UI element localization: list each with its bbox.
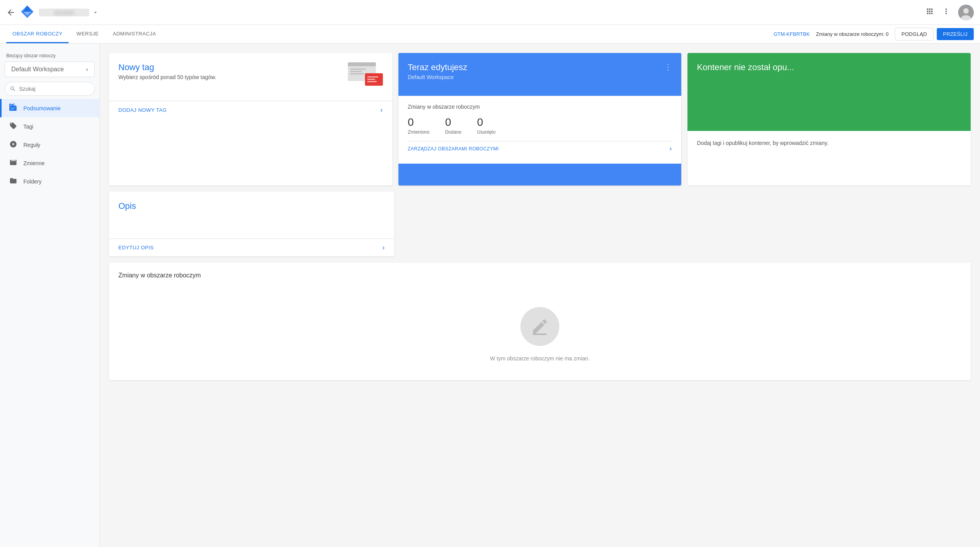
submit-button[interactable]: PRZEŚLIJ <box>937 28 974 40</box>
nav-tabs: OBSZAR ROBOCZY WERSJE ADMINISTRACJA GTM-… <box>0 25 980 44</box>
sidebar-item-summary[interactable]: Podsumowanie <box>0 99 99 117</box>
edit-description-link[interactable]: EDYTUJ OPIS › <box>109 238 394 256</box>
stat-deleted-number: 0 <box>477 116 495 129</box>
new-tag-description: Wybierz spośród ponad 50 typów tagów. <box>118 74 216 80</box>
sidebar-item-tags[interactable]: Tagi <box>0 117 99 136</box>
container-title: Kontener nie został opu... <box>697 62 794 72</box>
editing-card-header: Teraz edytujesz Default Workspace ⋮ <box>398 53 682 96</box>
description-card: Opis EDYTUJ OPIS › <box>109 192 394 256</box>
sidebar-label-variables: Zmienne <box>23 160 44 166</box>
sidebar-item-variables[interactable]: Zmienne <box>0 154 99 172</box>
rules-icon <box>9 140 17 149</box>
manage-workspaces-link[interactable]: ZARZĄDZAJ OBSZARAMI ROBOCZYMI › <box>408 141 672 156</box>
empty-circle <box>520 307 559 346</box>
stat-added: 0 Dodano <box>445 116 462 135</box>
changes-title: Zmiany w obszarze roboczym <box>408 104 672 110</box>
sidebar: Bieżący obszar roboczy Default Workspace… <box>0 44 100 547</box>
svg-rect-16 <box>533 333 547 335</box>
container-card: Kontener nie został opu... Dodaj tagi i … <box>687 53 971 185</box>
stat-added-number: 0 <box>445 116 462 129</box>
search-icon <box>10 85 16 92</box>
stat-changed: 0 Zmieniono <box>408 116 430 135</box>
svg-rect-14 <box>367 79 375 80</box>
editing-card: Teraz edytujesz Default Workspace ⋮ Zmia… <box>398 53 682 185</box>
container-card-body: Dodaj tagi i opublikuj kontener, by wpro… <box>687 131 971 185</box>
tag-illustration <box>348 62 383 88</box>
changes-stats: 0 Zmieniono 0 Dodano 0 Usunięto <box>408 116 672 135</box>
empty-state: W tym obszarze roboczym nie ma zmian. <box>118 291 961 371</box>
new-tag-title: Nowy tag <box>118 62 216 72</box>
search-input[interactable] <box>19 86 90 92</box>
stat-changed-label: Zmieniono <box>408 129 430 135</box>
workspace-name: Default Workspace <box>11 66 64 73</box>
stat-changed-number: 0 <box>408 116 430 129</box>
svg-rect-15 <box>367 81 377 82</box>
preview-button[interactable]: PODGLĄD <box>895 28 934 41</box>
editing-more-icon[interactable]: ⋮ <box>664 62 672 72</box>
changes-section: Zmiany w obszarze roboczym W tym obszarz… <box>109 263 971 380</box>
sidebar-label-folders: Foldery <box>23 178 42 185</box>
new-tag-card: Nowy tag Wybierz spośród ponad 50 typów … <box>109 53 392 185</box>
svg-rect-11 <box>350 73 364 74</box>
editing-workspace: Default Workspace <box>408 74 467 80</box>
folders-icon <box>9 177 17 186</box>
top-bar-right <box>925 5 974 20</box>
tab-admin[interactable]: ADMINISTRACJA <box>107 25 162 43</box>
stat-deleted: 0 Usunięto <box>477 116 495 135</box>
account-selector[interactable]: account <box>39 9 99 16</box>
editing-card-body: Zmiany w obszarze roboczym 0 Zmieniono 0… <box>398 96 682 164</box>
sidebar-label-rules: Reguły <box>23 142 41 148</box>
add-new-tag-link[interactable]: DODAJ NOWY TAG › <box>109 101 392 119</box>
tab-workspace[interactable]: OBSZAR ROBOCZY <box>6 25 69 43</box>
avatar[interactable] <box>958 5 974 20</box>
container-id: GTM-KFBRTBK <box>774 31 810 37</box>
edit-desc-chevron-icon: › <box>382 244 385 252</box>
tab-versions[interactable]: WERSJE <box>70 25 105 43</box>
sidebar-section-label: Bieżący obszar roboczy <box>0 50 99 60</box>
workspace-selector[interactable]: Default Workspace › <box>5 62 95 77</box>
container-body-text: Dodaj tagi i opublikuj kontener, by wpro… <box>697 139 828 147</box>
svg-rect-9 <box>350 69 366 70</box>
summary-icon <box>9 104 17 113</box>
sidebar-label-tags: Tagi <box>23 124 33 130</box>
back-button[interactable] <box>6 8 16 17</box>
apps-icon[interactable] <box>925 7 934 18</box>
app-logo <box>20 5 34 20</box>
svg-point-4 <box>963 8 969 14</box>
stat-added-label: Dodano <box>445 129 462 135</box>
sidebar-label-summary: Podsumowanie <box>23 105 61 111</box>
cards-row: Nowy tag Wybierz spośród ponad 50 typów … <box>109 53 971 185</box>
search-box[interactable] <box>5 82 95 96</box>
variables-icon <box>9 159 17 168</box>
workspace-chevron-icon: › <box>86 66 88 73</box>
svg-rect-13 <box>367 76 378 78</box>
sidebar-item-folders[interactable]: Foldery <box>0 172 99 191</box>
content-area: Nowy tag Wybierz spośród ponad 50 typów … <box>100 44 980 547</box>
changes-section-title: Zmiany w obszarze roboczym <box>118 272 961 279</box>
description-title: Opis <box>118 201 385 211</box>
sidebar-item-rules[interactable]: Reguły <box>0 136 99 154</box>
svg-rect-6 <box>10 106 17 107</box>
top-bar: account <box>0 0 980 25</box>
empty-state-text: W tym obszarze roboczym nie ma zmian. <box>490 355 590 362</box>
tags-icon <box>9 122 17 131</box>
svg-rect-10 <box>350 71 362 72</box>
editing-title: Teraz edytujesz <box>408 62 467 72</box>
more-options-icon[interactable] <box>942 7 950 18</box>
svg-rect-8 <box>348 62 376 66</box>
main-layout: Bieżący obszar roboczy Default Workspace… <box>0 44 980 547</box>
changes-count-info: Zmiany w obszarze roboczym: 0 <box>816 31 888 37</box>
add-tag-chevron-icon: › <box>380 106 383 114</box>
container-card-header: Kontener nie został opu... <box>687 53 971 131</box>
manage-chevron-icon: › <box>670 145 672 153</box>
stat-deleted-label: Usunięto <box>477 129 495 135</box>
